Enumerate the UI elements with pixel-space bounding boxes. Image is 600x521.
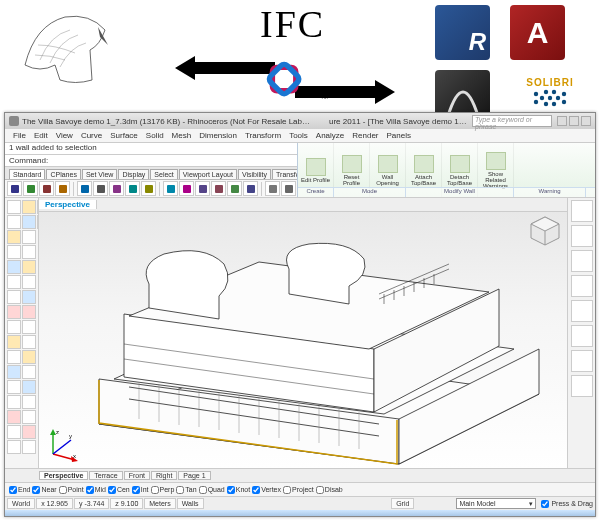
osnap-perp[interactable]: Perp [151,486,175,494]
toolbar-tab[interactable]: Select [150,169,177,179]
toolbar-button[interactable] [179,181,194,196]
tool-button[interactable] [22,365,36,379]
osnap-tan[interactable]: Tan [176,486,196,494]
tool-button[interactable] [22,245,36,259]
toolbar-tab[interactable]: Standard [9,169,45,179]
model-dropdown[interactable]: Main Model▾ [456,498,536,509]
close-button[interactable] [581,116,591,126]
menu-dimension[interactable]: Dimension [195,131,241,140]
osnap-int[interactable]: Int [132,486,149,494]
toolbar-button[interactable] [39,181,54,196]
tool-button[interactable] [7,260,21,274]
toolbar-button[interactable] [77,181,92,196]
tool-button[interactable] [7,290,21,304]
tool-button[interactable] [22,305,36,319]
tool-button[interactable] [7,365,21,379]
toolbar-button[interactable] [265,181,280,196]
status-field-units[interactable]: Meters [144,498,175,509]
panel-button[interactable] [571,200,593,222]
panel-button[interactable] [571,275,593,297]
tool-button[interactable] [7,350,21,364]
toolbar-button[interactable] [93,181,108,196]
view-tab[interactable]: Front [124,471,150,480]
toolbar-button[interactable] [125,181,140,196]
view-tab[interactable]: Right [151,471,177,480]
tool-button[interactable] [7,245,21,259]
toolbar-button[interactable] [163,181,178,196]
menu-analyze[interactable]: Analyze [312,131,348,140]
osnap-project[interactable]: Project [283,486,314,494]
toolbar-tab[interactable]: Viewport Layout [179,169,237,179]
tool-button[interactable] [7,320,21,334]
osnap-quad[interactable]: Quad [199,486,225,494]
tool-button[interactable] [7,440,21,454]
menu-tools[interactable]: Tools [285,131,312,140]
tool-button[interactable] [7,425,21,439]
menu-transform[interactable]: Transform [241,131,285,140]
status-field-World[interactable]: World [7,498,35,509]
osnap-vertex[interactable]: Vertex [252,486,281,494]
status-field-y[interactable]: y -3.744 [74,498,109,509]
tool-button[interactable] [22,350,36,364]
view-tab[interactable]: Page 1 [178,471,210,480]
tool-button[interactable] [22,380,36,394]
panel-button[interactable] [571,375,593,397]
tool-button[interactable] [7,380,21,394]
tool-button[interactable] [22,200,36,214]
menu-mesh[interactable]: Mesh [168,131,196,140]
panel-button[interactable] [571,300,593,322]
minimize-button[interactable] [557,116,567,126]
tool-button[interactable] [7,230,21,244]
osnap-near[interactable]: Near [32,486,56,494]
toolbar-button[interactable] [211,181,226,196]
toolbar-button[interactable] [227,181,242,196]
tool-button[interactable] [22,290,36,304]
tool-button[interactable] [7,335,21,349]
3d-viewport[interactable]: z x y [39,212,567,468]
menu-surface[interactable]: Surface [106,131,142,140]
tool-button[interactable] [22,230,36,244]
panel-button[interactable] [571,250,593,272]
view-tab[interactable]: Terrace [89,471,122,480]
toolbar-button[interactable] [109,181,124,196]
toolbar-button[interactable] [23,181,38,196]
toolbar-button[interactable] [7,181,22,196]
tool-button[interactable] [22,395,36,409]
toolbar-tab[interactable]: CPlanes [46,169,80,179]
tool-button[interactable] [22,260,36,274]
menu-render[interactable]: Render [348,131,382,140]
menu-edit[interactable]: Edit [30,131,52,140]
toolbar-tab[interactable]: Set View [82,169,118,179]
toolbar-button[interactable] [243,181,258,196]
tool-button[interactable] [22,320,36,334]
view-tab[interactable]: Perspective [39,471,88,480]
toolbar-button[interactable] [55,181,70,196]
menu-panels[interactable]: Panels [383,131,415,140]
help-search-input[interactable]: Type a keyword or phrase [472,115,552,127]
status-grid[interactable]: Grid [391,498,414,509]
tool-button[interactable] [22,410,36,424]
tool-button[interactable] [22,440,36,454]
menu-view[interactable]: View [52,131,77,140]
status-field-x[interactable]: x 12.965 [36,498,73,509]
osnap-end[interactable]: End [9,486,30,494]
status-field-layer[interactable]: Walls [177,498,204,509]
press-drag-toggle[interactable]: Press & Drag [541,500,593,508]
panel-button[interactable] [571,225,593,247]
menu-file[interactable]: File [9,131,30,140]
tool-button[interactable] [7,305,21,319]
toolbar-button[interactable] [141,181,156,196]
panel-button[interactable] [571,350,593,372]
toolbar-tab[interactable]: Visibility [238,169,271,179]
tool-button[interactable] [22,425,36,439]
status-field-z[interactable]: z 9.100 [110,498,143,509]
tool-button[interactable] [22,215,36,229]
osnap-point[interactable]: Point [59,486,84,494]
toolbar-tab[interactable]: Display [118,169,149,179]
osnap-mid[interactable]: Mid [86,486,106,494]
toolbar-button[interactable] [281,181,296,196]
tool-button[interactable] [7,410,21,424]
tool-button[interactable] [22,335,36,349]
osnap-cen[interactable]: Cen [108,486,130,494]
tool-button[interactable] [7,275,21,289]
